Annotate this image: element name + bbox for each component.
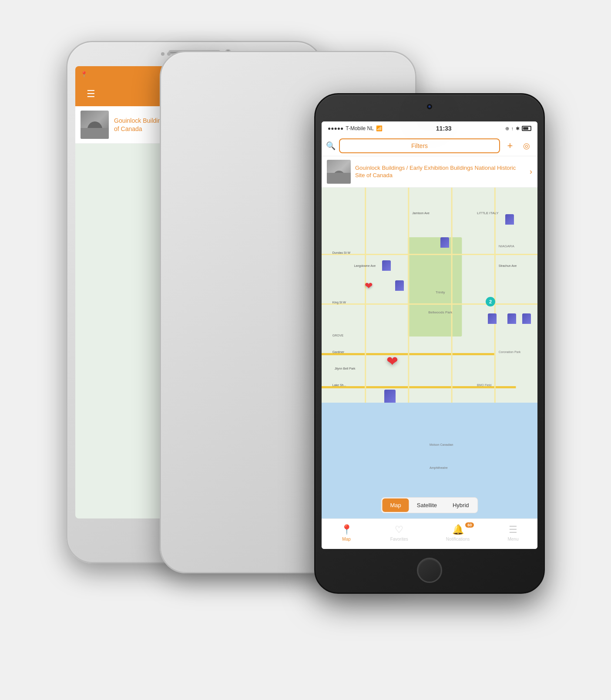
ios-building-pin-cluster2[interactable] bbox=[507, 313, 516, 324]
ios-target-button[interactable]: ◎ bbox=[520, 139, 533, 152]
favorites-tab-label: Favorites bbox=[390, 537, 408, 542]
svg-text:Gardiner: Gardiner bbox=[332, 350, 345, 353]
map-type-map[interactable]: Map bbox=[382, 498, 409, 512]
signal-dots: ●●●●● bbox=[328, 125, 343, 131]
svg-text:LITTLE ITALY: LITTLE ITALY bbox=[477, 211, 499, 215]
bluetooth-icon: ✱ bbox=[516, 126, 520, 131]
menu-tab-icon: ☰ bbox=[509, 524, 517, 535]
svg-text:Dundas St W: Dundas St W bbox=[332, 251, 351, 254]
ios-map[interactable]: Trinity Bellwoods Park NIAGARA Coronatio… bbox=[322, 188, 537, 518]
notifications-tab-icon: 🔔 bbox=[452, 524, 464, 535]
ios-map-type-selector: Map Satellite Hybrid bbox=[381, 497, 478, 513]
svg-text:Lake Sh...: Lake Sh... bbox=[332, 384, 346, 387]
notifications-tab-label: Notifications bbox=[446, 537, 470, 542]
ios-screen: ●●●●● T-Mobile NL 📶 11:33 ⊕ ↑ ✱ 🔍 bbox=[322, 121, 537, 549]
svg-rect-36 bbox=[322, 254, 537, 255]
svg-text:Trinity: Trinity bbox=[436, 290, 445, 294]
ios-heart-pin[interactable]: ❤ bbox=[365, 280, 373, 292]
ios-building-pin-main[interactable] bbox=[384, 390, 396, 403]
svg-text:BMO Field: BMO Field bbox=[477, 384, 491, 387]
tab-menu[interactable]: ☰ Menu bbox=[507, 524, 518, 542]
svg-text:Strachun Ave: Strachun Ave bbox=[499, 264, 517, 267]
ios-building-pin-2[interactable] bbox=[395, 280, 404, 291]
svg-text:GROVE: GROVE bbox=[332, 334, 344, 337]
svg-text:Bellwoods Park: Bellwoods Park bbox=[428, 310, 453, 314]
ios-search-bar: 🔍 Filters + ◎ bbox=[322, 135, 537, 156]
map-tab-icon: 📍 bbox=[341, 524, 352, 535]
nav-arrow-icon: ↑ bbox=[511, 126, 514, 131]
svg-rect-40 bbox=[365, 188, 366, 403]
menu-button[interactable]: ☰ bbox=[82, 85, 100, 103]
ios-building-pin-1[interactable] bbox=[382, 260, 391, 271]
ios-search-icon[interactable]: 🔍 bbox=[326, 141, 336, 151]
ios-filter-button[interactable]: Filters bbox=[339, 138, 500, 153]
location-status-icon: ⊕ bbox=[505, 126, 509, 131]
status-left: 📍 bbox=[81, 71, 87, 77]
svg-rect-43 bbox=[494, 188, 496, 403]
ios-building-pin-cluster3[interactable] bbox=[522, 313, 531, 324]
ios-heart-pin-big[interactable]: ❤ bbox=[386, 353, 398, 370]
ios-status-bar: ●●●●● T-Mobile NL 📶 11:33 ⊕ ↑ ✱ bbox=[322, 121, 537, 135]
ios-front-camera bbox=[427, 104, 432, 109]
map-type-satellite[interactable]: Satellite bbox=[409, 498, 445, 512]
ios-plus-button[interactable]: + bbox=[504, 139, 517, 152]
tab-map[interactable]: 📍 Map bbox=[341, 524, 352, 542]
svg-text:Langdowne Ave: Langdowne Ave bbox=[354, 264, 376, 268]
ios-home-button[interactable] bbox=[417, 558, 442, 583]
tab-notifications[interactable]: 🔔 60 Notifications bbox=[446, 524, 470, 542]
svg-text:Jamison Ave: Jamison Ave bbox=[412, 212, 430, 215]
svg-rect-37 bbox=[322, 303, 537, 305]
ios-phone: ●●●●● T-Mobile NL 📶 11:33 ⊕ ↑ ✱ 🔍 bbox=[314, 93, 545, 594]
ios-info-card[interactable]: Gouinlock Buildings / Early Exhibition B… bbox=[322, 156, 537, 188]
android-phone: 📍 ▲▼ 15:48 ☰ bbox=[66, 41, 323, 563]
building-thumbnail bbox=[81, 111, 109, 139]
map-tab-label: Map bbox=[342, 537, 350, 542]
svg-text:NIAGARA: NIAGARA bbox=[499, 244, 515, 248]
svg-rect-41 bbox=[408, 188, 409, 403]
svg-rect-42 bbox=[451, 188, 453, 403]
ios-card-chevron: › bbox=[530, 167, 532, 176]
carrier-info: ●●●●● T-Mobile NL 📶 bbox=[328, 125, 383, 131]
ios-building-pin-4[interactable] bbox=[505, 214, 514, 225]
location-icon: 📍 bbox=[81, 71, 87, 77]
ios-card-text: Gouinlock Buildings / Early Exhibition B… bbox=[355, 165, 525, 179]
ios-tab-bar: 📍 Map ♡ Favorites 🔔 60 Notifications ☰ M… bbox=[322, 518, 537, 549]
tab-favorites[interactable]: ♡ Favorites bbox=[390, 524, 408, 542]
map-type-hybrid[interactable]: Hybrid bbox=[445, 498, 477, 512]
ios-battery-icon bbox=[522, 126, 531, 131]
ios-time: 11:33 bbox=[436, 125, 452, 132]
ios-card-title: Gouinlock Buildings / Early Exhibition B… bbox=[355, 165, 525, 179]
ios-building-pin-3[interactable] bbox=[440, 237, 449, 248]
wifi-icon: 📶 bbox=[376, 125, 383, 131]
ios-cluster-2[interactable]: 2 bbox=[486, 297, 495, 306]
svg-text:King St W: King St W bbox=[332, 301, 346, 304]
menu-tab-label: Menu bbox=[507, 537, 518, 542]
svg-rect-35 bbox=[408, 237, 462, 337]
svg-text:Jilynn Bell Park: Jilynn Bell Park bbox=[335, 367, 356, 370]
carrier-name: T-Mobile NL bbox=[346, 125, 374, 131]
ios-building-thumbnail bbox=[327, 160, 351, 184]
notification-badge: 60 bbox=[465, 522, 474, 528]
ios-map-svg: Trinity Bellwoods Park NIAGARA Coronatio… bbox=[322, 188, 537, 518]
favorites-tab-icon: ♡ bbox=[395, 524, 403, 535]
svg-text:Coronation Park: Coronation Park bbox=[499, 350, 521, 353]
svg-text:Molson Canadian: Molson Canadian bbox=[430, 443, 453, 446]
ios-status-right: ⊕ ↑ ✱ bbox=[505, 126, 532, 131]
ios-building-pin-cluster[interactable] bbox=[488, 313, 497, 324]
svg-text:Amphitheatre: Amphitheatre bbox=[430, 466, 448, 470]
